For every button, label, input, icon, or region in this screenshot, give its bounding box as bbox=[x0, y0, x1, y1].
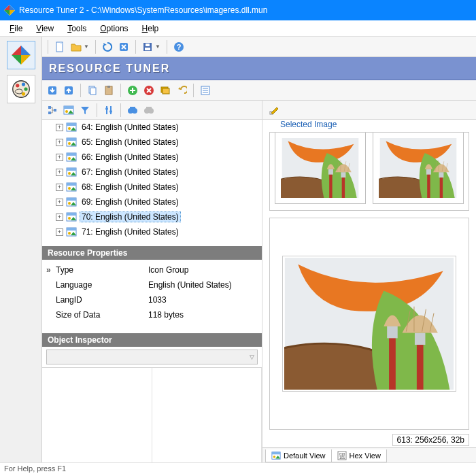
svg-rect-42 bbox=[54, 109, 56, 112]
preview-area bbox=[269, 218, 469, 430]
refresh-button[interactable] bbox=[100, 39, 115, 54]
property-key: Type bbox=[56, 265, 148, 275]
property-value: English (United States) bbox=[148, 280, 258, 290]
expand-icon[interactable]: + bbox=[56, 228, 63, 236]
image-node-icon bbox=[66, 226, 77, 237]
rail-palette-button[interactable] bbox=[7, 75, 35, 103]
tree-item[interactable]: + 67: English (United States) bbox=[42, 165, 262, 180]
preview-toolbar bbox=[262, 101, 476, 120]
svg-rect-40 bbox=[48, 106, 51, 109]
tree-item[interactable]: + 71: English (United States) bbox=[42, 224, 262, 239]
image-node-icon bbox=[66, 211, 77, 222]
paint-icon bbox=[284, 258, 454, 390]
property-key: Language bbox=[56, 280, 148, 290]
expand-icon[interactable]: + bbox=[56, 214, 63, 221]
export-down-button[interactable] bbox=[45, 83, 60, 98]
export-up-button[interactable] bbox=[61, 83, 76, 98]
banner: RESOURCE TUNER bbox=[42, 57, 476, 80]
find-button[interactable] bbox=[125, 103, 140, 118]
undo-button[interactable] bbox=[174, 83, 189, 98]
add-button[interactable] bbox=[125, 83, 140, 98]
tree-icon bbox=[47, 105, 58, 116]
property-row: LangID1033 bbox=[46, 292, 258, 307]
tree-item-label: 66: English (United States) bbox=[80, 152, 181, 163]
expand-icon[interactable]: + bbox=[56, 199, 63, 206]
dropdown-icon[interactable]: ▼ bbox=[155, 44, 160, 50]
tree-view-button[interactable] bbox=[45, 103, 60, 118]
tab-hex-view[interactable]: 010101 Hex View bbox=[331, 449, 387, 462]
copy-icon bbox=[87, 85, 98, 96]
filter-button[interactable] bbox=[78, 103, 92, 118]
tab-default-view[interactable]: Default View bbox=[265, 449, 332, 462]
svg-rect-29 bbox=[90, 88, 96, 95]
undo-icon bbox=[176, 85, 187, 96]
property-key: Size of Data bbox=[56, 310, 148, 320]
find-next-button[interactable] bbox=[141, 103, 156, 118]
tree-item-label: 69: English (United States) bbox=[80, 197, 181, 207]
expand-icon[interactable]: + bbox=[56, 124, 63, 131]
refresh-icon bbox=[102, 41, 113, 52]
save-icon bbox=[142, 41, 153, 52]
tree-item[interactable]: + 65: English (United States) bbox=[42, 135, 262, 150]
settings-button[interactable] bbox=[101, 103, 116, 118]
edit-image-button[interactable] bbox=[267, 103, 282, 118]
menu-tools[interactable]: Tools bbox=[62, 22, 92, 35]
secondary-toolbar bbox=[42, 80, 476, 101]
expand-icon[interactable]: + bbox=[56, 139, 63, 146]
dropdown-icon[interactable]: ▼ bbox=[84, 44, 89, 50]
chevron-down-icon: ▽ bbox=[250, 354, 254, 360]
tree-item[interactable]: + 64: English (United States) bbox=[42, 120, 262, 135]
batch-button[interactable] bbox=[158, 83, 173, 98]
expand-icon[interactable]: + bbox=[56, 154, 63, 161]
help-button[interactable]: ? bbox=[171, 39, 186, 54]
image-info-status: 613: 256x256, 32b bbox=[392, 434, 469, 446]
svg-rect-31 bbox=[107, 86, 110, 88]
tree-item[interactable]: + 70: English (United States) bbox=[42, 209, 262, 224]
tree-item[interactable]: + 68: English (United States) bbox=[42, 180, 262, 194]
menu-view[interactable]: View bbox=[31, 22, 59, 35]
inspector-combo[interactable]: ▽ bbox=[46, 350, 258, 364]
svg-text:?: ? bbox=[176, 43, 181, 51]
titlebar: Resource Tuner 2 - C:\Windows\SystemReso… bbox=[0, 0, 476, 20]
properties-button[interactable] bbox=[198, 83, 213, 98]
properties-header: Resource Properties bbox=[42, 246, 262, 260]
menu-options[interactable]: Options bbox=[95, 22, 133, 35]
app-icon bbox=[4, 5, 15, 16]
paste-button[interactable] bbox=[101, 83, 116, 98]
property-value: 118 bytes bbox=[148, 310, 258, 320]
expand-icon[interactable]: + bbox=[56, 184, 63, 191]
tree-toolbar bbox=[42, 101, 262, 120]
resource-tree[interactable]: + 64: English (United States)+ 65: Engli… bbox=[42, 120, 262, 246]
tree-item-label: 71: English (United States) bbox=[80, 226, 181, 237]
window-title: Resource Tuner 2 - C:\Windows\SystemReso… bbox=[19, 5, 267, 15]
property-row: Size of Data118 bytes bbox=[46, 307, 258, 322]
tree-item[interactable]: + 66: English (United States) bbox=[42, 150, 262, 165]
image-icon bbox=[63, 105, 74, 116]
tree-item[interactable]: + 69: English (United States) bbox=[42, 194, 262, 209]
hex-icon: 010101 bbox=[337, 451, 347, 460]
selected-image-group: Selected Image bbox=[269, 124, 469, 211]
new-file-button[interactable] bbox=[52, 39, 67, 54]
image-view-button[interactable] bbox=[61, 103, 76, 118]
paste-icon bbox=[103, 85, 114, 96]
image-node-icon bbox=[66, 167, 77, 177]
image-node-icon bbox=[66, 152, 77, 163]
close-file-button[interactable] bbox=[116, 39, 131, 54]
menu-file[interactable]: File bbox=[4, 22, 28, 35]
expand-icon[interactable]: + bbox=[56, 169, 63, 176]
sliders-icon bbox=[103, 105, 114, 116]
stack-icon bbox=[160, 85, 171, 96]
binoculars-icon bbox=[127, 105, 138, 116]
svg-rect-41 bbox=[48, 112, 51, 114]
pencil-icon bbox=[269, 105, 279, 116]
save-button[interactable] bbox=[140, 39, 155, 54]
selected-image-label: Selected Image bbox=[277, 120, 339, 129]
menu-help[interactable]: Help bbox=[137, 22, 165, 35]
remove-button[interactable] bbox=[141, 83, 156, 98]
open-file-button[interactable] bbox=[69, 39, 84, 54]
copy-button[interactable] bbox=[85, 83, 100, 98]
property-key: LangID bbox=[56, 295, 148, 305]
rail-resources-button[interactable] bbox=[7, 41, 35, 69]
tree-item-label: 70: English (United States) bbox=[80, 211, 181, 222]
file-icon bbox=[54, 41, 65, 52]
